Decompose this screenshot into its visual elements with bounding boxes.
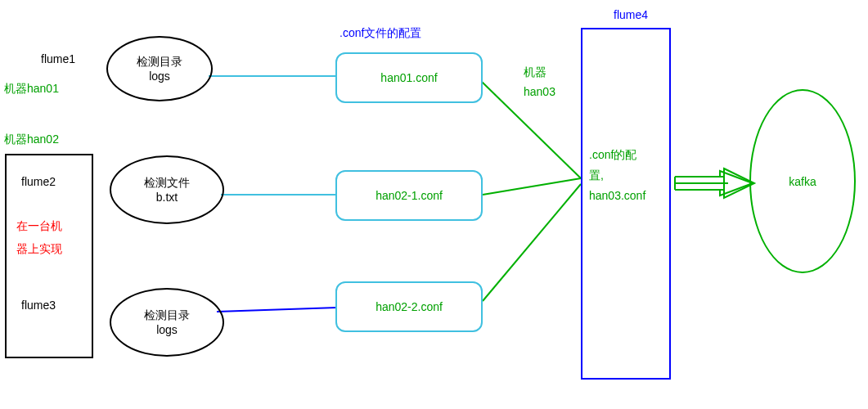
source-btxt-line2: b.txt [156, 191, 178, 204]
flume4-conf-line1: .conf的配 [589, 148, 636, 163]
flume2-flume3-container: flume2 在一台机 器上实现 flume3 [5, 154, 93, 358]
flume4-conf-line3: han03.conf [589, 189, 645, 202]
source-logs2-line2: logs [156, 323, 178, 336]
conf-han02-1-box: han02-1.conf [335, 170, 483, 221]
svg-line-2 [217, 308, 337, 312]
flume4-label: flume4 [614, 8, 648, 21]
svg-line-4 [483, 178, 581, 195]
machine-han02-label: 机器han02 [4, 133, 59, 147]
flume4-conf-line2: 置, [589, 169, 604, 183]
source-btxt-line1: 检测文件 [144, 176, 190, 191]
source-btxt-ellipse: 检测文件 b.txt [110, 155, 224, 224]
flume3-label: flume3 [21, 299, 56, 312]
machine-han03-line2: han03 [524, 85, 555, 98]
source-logs2-line1: 检测目录 [144, 308, 190, 323]
on-one-machine-line2: 器上实现 [16, 242, 62, 257]
kafka-ellipse: kafka [749, 89, 856, 273]
conf-han02-2-text: han02-2.conf [376, 300, 443, 313]
flume2-label: flume2 [21, 175, 56, 188]
source-logs1-line2: logs [149, 70, 170, 83]
conf-title-label: .conf文件的配置 [340, 26, 421, 41]
conf-han01-text: han01.conf [380, 71, 437, 84]
svg-marker-7 [720, 171, 753, 196]
machine-han03-line1: 机器 [524, 65, 546, 80]
conf-han01-box: han01.conf [335, 52, 483, 103]
conf-han02-1-text: han02-1.conf [376, 189, 443, 202]
source-logs2-ellipse: 检测目录 logs [110, 288, 224, 357]
source-logs1-ellipse: 检测目录 logs [106, 36, 213, 101]
flume4-box: .conf的配 置, han03.conf [581, 28, 671, 380]
kafka-text: kafka [789, 175, 816, 188]
machine-han01-label: 机器han01 [4, 82, 59, 97]
conf-han02-2-box: han02-2.conf [335, 281, 483, 332]
on-one-machine-line1: 在一台机 [16, 219, 62, 234]
flume1-label: flume1 [41, 52, 75, 65]
source-logs1-line1: 检测目录 [137, 55, 182, 70]
svg-line-5 [483, 184, 581, 301]
